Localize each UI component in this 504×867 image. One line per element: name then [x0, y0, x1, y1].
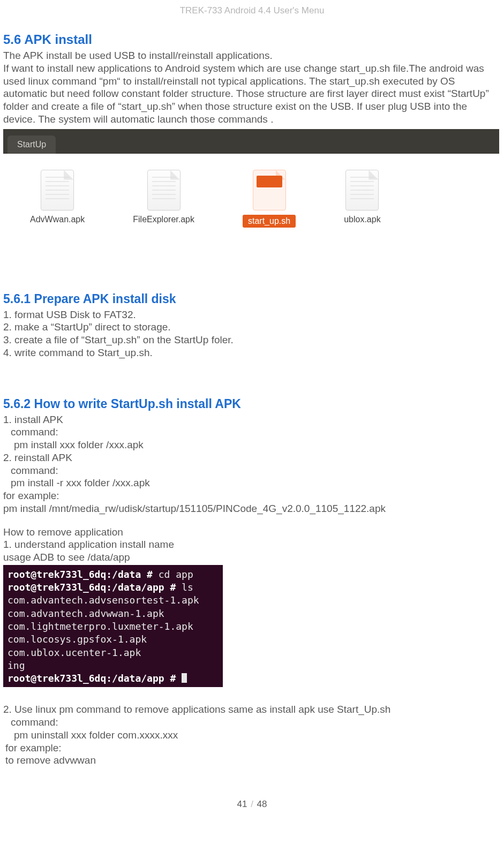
list-line: 2. make a “StartUp” direct to storage.: [3, 321, 501, 334]
tab-startup: StartUp: [7, 135, 56, 154]
document-icon: [147, 170, 180, 210]
heading-5-6: 5.6 APK install: [3, 32, 501, 47]
document-icon: [345, 170, 379, 210]
terminal-output: ing: [7, 660, 25, 671]
list-line: pm uninstall xxx folder com.xxxx.xxx: [3, 729, 501, 742]
file-grid: AdvWwan.apk FileExplorer.apk start_up.sh…: [3, 154, 499, 265]
terminal-command: ls: [182, 582, 193, 593]
file-item: FileExplorer.apk: [133, 170, 194, 224]
file-label: ublox.apk: [344, 215, 381, 224]
list-line: pm install xxx folder /xxx.apk: [3, 439, 501, 451]
terminal-prompt: root@trek733l_6dq:/data #: [7, 569, 159, 580]
list-line: command:: [3, 426, 501, 439]
file-label: FileExplorer.apk: [133, 215, 194, 224]
cursor-icon: [182, 673, 187, 683]
script-icon: [253, 170, 286, 210]
page-total: 48: [257, 799, 267, 809]
list-line: 1. install APK: [3, 413, 501, 426]
file-label-selected: start_up.sh: [243, 215, 296, 228]
paragraph: The APK install be used USB to install/r…: [3, 49, 501, 62]
file-item: start_up.sh: [243, 170, 296, 228]
paragraph: If want to install new applications to A…: [3, 62, 501, 126]
terminal-output: com.ublox.ucenter-1.apk: [7, 647, 141, 658]
list-line: pm install /mnt/media_rw/udisk/startup/1…: [3, 502, 501, 515]
list-line: usage ADB to see /data/app: [3, 551, 501, 564]
list-line: 2. Use linux pm command to remove applic…: [3, 703, 501, 716]
terminal-output: com.advantech.advsensortest-1.apk: [7, 594, 199, 606]
terminal-prompt: root@trek733l_6dq:/data/app #: [7, 673, 182, 684]
list-line: for example:: [3, 489, 501, 502]
list-line: 1. understand application install name: [3, 538, 501, 551]
list-line: pm install -r xxx folder /xxx.apk: [3, 477, 501, 489]
list-line: 4. write command to Start_up.sh.: [3, 346, 501, 359]
file-item: AdvWwan.apk: [30, 170, 85, 224]
page-footer: 41 / 48: [0, 799, 504, 810]
page-separator: /: [250, 799, 254, 809]
document-icon: [41, 170, 74, 210]
tab-bar: StartUp: [3, 129, 499, 154]
list-line: How to remove application: [3, 526, 501, 539]
terminal-command: cd app: [159, 569, 193, 580]
file-item: ublox.apk: [344, 170, 381, 224]
file-label: AdvWwan.apk: [30, 215, 85, 224]
page-number: 41: [237, 799, 247, 809]
list-line: 2. reinstall APK: [3, 451, 501, 464]
list-line: command:: [3, 464, 501, 477]
terminal-prompt: root@trek733l_6dq:/data/app #: [7, 582, 182, 593]
list-line: for example:: [3, 742, 501, 755]
terminal-output: com.lightmeterpro.luxmeter-1.apk: [7, 621, 193, 632]
file-browser-figure: StartUp AdvWwan.apk FileExplorer.apk sta…: [3, 129, 499, 265]
terminal-output: com.advantech.advwwan-1.apk: [7, 608, 164, 619]
terminal-figure: root@trek733l_6dq:/data # cd app root@tr…: [3, 565, 223, 688]
heading-5-6-1: 5.6.1 Prepare APK install disk: [3, 292, 501, 306]
heading-5-6-2: 5.6.2 How to write StartUp.sh install AP…: [3, 397, 501, 411]
terminal-output: com.locosys.gpsfox-1.apk: [7, 634, 147, 645]
page-header: TREK-733 Android 4.4 User's Menu: [0, 5, 504, 16]
list-line: 3. create a file of “Start_up.sh” on the…: [3, 334, 501, 346]
list-line: to remove advwwan: [3, 754, 501, 767]
list-line: 1. format USB Disk to FAT32.: [3, 308, 501, 321]
list-line: command:: [3, 716, 501, 729]
